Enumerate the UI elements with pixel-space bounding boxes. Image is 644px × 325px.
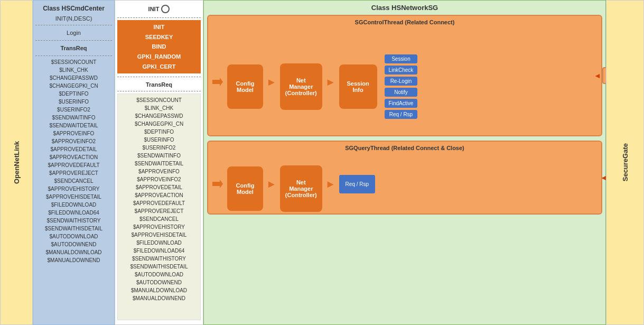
middle-transreq: TransReq [117,81,201,88]
panel-hsnetworksg: Class HSNetworkSG SGControlThread (Relat… [203,0,606,325]
arrow2-ctrl: ► [325,76,336,88]
session-info-box: SessionInfo [339,64,377,109]
divider3 [35,55,112,56]
hscmdcenter-login: Login [35,30,112,36]
hscmdcenter-transreq: TransReq [35,45,112,51]
arrow-entry-icon [212,78,223,86]
btn-req-rsp-ctrl[interactable]: Req / Rsp [385,110,418,119]
svg-marker-0 [212,78,223,86]
config-model-query: ConfigModel [227,166,263,211]
req-rsp-query[interactable]: Req / Rsp [339,175,375,193]
fileagent-arrow-left: ◄ [594,71,601,80]
middle-divider1 [117,17,201,18]
sgquery-title: SGQueryThread (Related Connect & Close) [345,145,464,151]
panel-opennetlink: OpenNetLink [0,0,33,325]
init-circle [161,5,170,13]
panel-hscmdcenter: Class HSCmdCenter INIT(N,DESC) Login Tra… [33,0,115,325]
btn-notify[interactable]: Notify [385,88,418,97]
diagram-container: OpenNetLink Class HSCmdCenter INIT(N,DES… [0,0,644,325]
hscmdcenter-title: Class HSCmdCenter [35,5,112,12]
net-manager-ctrl: NetManager(Controller) [280,63,322,110]
arrow1-query: ► [266,178,277,190]
sgcontrol-title: SGControlThread (Related Connect) [355,19,455,25]
hsnetworksg-title: Class HSNetworkSG [207,4,602,12]
securegate-label: SecureGate [621,143,629,181]
divider1 [35,25,112,25]
config-model-ctrl: ConfigModel [227,64,263,109]
middle-init-title: INIT [148,6,160,12]
arrow1-ctrl: ► [266,76,277,88]
middle-init-labels: INIT SEEDKEY BIND GPKI_RANDOM GPKI_CERT [117,20,201,73]
middle-divider2 [117,77,201,77]
sgquery-entry-arrow [212,180,223,188]
btn-relogin[interactable]: Re-Login [385,77,418,86]
sgquery-body: ConfigModel ► NetManager(Controller) ► R… [212,156,597,212]
divider2 [35,40,112,41]
arrow2-query: ► [325,178,336,190]
sgcontrol-entry-arrow [212,78,223,86]
middle-divider3 [117,91,201,91]
panel-securegate: SecureGate [606,0,644,325]
btn-linkcheck[interactable]: LinkCheck [385,66,418,75]
middle-var-list: $SESSIONCOUNT $LINK_CHK $CHANGEPASSWD $C… [117,94,201,320]
opennetlink-label: OpenNetLink [13,141,21,184]
panel-middle: INIT INIT SEEDKEY BIND GPKI_RANDOM GPKI_… [115,0,203,325]
arrow-entry-query-icon [212,180,223,188]
hscmdcenter-var-list: $SESSIONCOUNT $LINK_CHK $CHANGEPASSWD $C… [35,58,112,264]
sg-control-thread: SGControlThread (Related Connect) Config… [207,15,602,136]
btn-findactive[interactable]: FindActive [385,99,418,108]
control-buttons: Session LinkCheck Re-Login Notify FindAc… [385,54,418,119]
btn-session[interactable]: Session [385,54,418,63]
sg-query-thread: SGQueryThread (Related Connect & Close) … [207,141,602,215]
svg-marker-1 [212,180,223,188]
net-manager-query: NetManager(Controller) [280,165,322,212]
hscmdcenter-init: INIT(N,DESC) [35,15,112,22]
control-btns-wrapper: Session LinkCheck Re-Login Notify FindAc… [385,45,418,119]
sgcontrol-body: ConfigModel ► NetManager(Controller) ► S… [212,45,597,119]
